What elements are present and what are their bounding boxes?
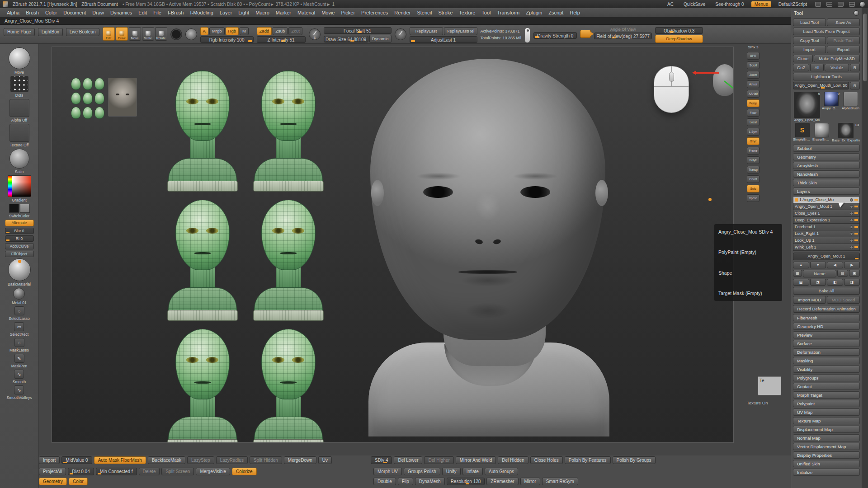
expression-thumb[interactable]: [94, 78, 104, 90]
menu-item[interactable]: Draw: [89, 8, 107, 17]
layer-intensity-handle[interactable]: [854, 246, 858, 248]
layer-name-button[interactable]: Name: [803, 270, 836, 277]
layer-next-button[interactable]: ▶: [844, 262, 860, 268]
menu-item[interactable]: Brush: [23, 8, 42, 17]
context-menu-item[interactable]: Angry_Close_Mou SDiv 4: [718, 229, 778, 235]
tool-thumbnail[interactable]: S SimpleBrush: [793, 123, 811, 142]
tray-item[interactable]: AccuCurve: [5, 243, 34, 249]
bottom-button[interactable]: Mirror: [520, 478, 540, 485]
menu-item[interactable]: Light: [235, 8, 252, 17]
layer-split-icon[interactable]: ⬔: [810, 279, 826, 286]
tool-section-header[interactable]: Surface: [793, 340, 860, 347]
menu-item[interactable]: Picker: [338, 8, 358, 17]
bottom-button[interactable]: Geometry: [39, 478, 67, 485]
wireframe-head-model[interactable]: [252, 199, 325, 322]
menu-item[interactable]: File: [150, 8, 165, 17]
layer-row[interactable]: Look_Up 1: [793, 237, 859, 244]
bottom-button[interactable]: Smart ReSym: [542, 478, 578, 485]
right-shelf-button[interactable]: Scroll: [747, 61, 760, 69]
wireframe-head-model[interactable]: [252, 70, 325, 192]
layer-eye-icon[interactable]: [850, 219, 853, 222]
layers-section-header[interactable]: Layers: [793, 188, 860, 195]
copy-tool-button[interactable]: Copy Tool: [793, 37, 826, 44]
sculpt-head-model[interactable]: [363, 59, 616, 436]
z-intensity-slider[interactable]: Z Intensity 51: [257, 36, 306, 43]
layer-prev-button[interactable]: ◀: [827, 262, 843, 268]
menu-item[interactable]: Color: [42, 8, 60, 17]
tray-item[interactable]: BasicMaterial: [8, 258, 31, 286]
layer-down-button[interactable]: ▼: [810, 262, 826, 268]
layer-intensity-handle[interactable]: [854, 219, 858, 221]
tool-section-header[interactable]: UV Map: [793, 408, 860, 416]
symmetry-dial-icon[interactable]: S: [309, 28, 321, 40]
camera-icon[interactable]: [580, 30, 591, 38]
stroke-type-icon[interactable]: [170, 28, 182, 40]
bottom-button[interactable]: Del Lower: [394, 456, 422, 464]
zbrush-document[interactable]: [52, 47, 734, 443]
bottom-button[interactable]: Color: [69, 478, 88, 485]
context-menu-item[interactable]: PolyPaint (Empty): [718, 249, 778, 255]
tool-section-header[interactable]: Displacement Map: [793, 426, 860, 433]
reference-photo-thumbnail[interactable]: [108, 78, 137, 117]
bottom-button[interactable]: SDiv 4: [371, 456, 392, 464]
expression-thumb[interactable]: [71, 107, 81, 119]
menu-item[interactable]: Stencil: [414, 8, 435, 17]
load-tools-from-project-button[interactable]: Load Tools From Project: [793, 28, 860, 35]
tray-item[interactable]: SwitchColor: [9, 204, 30, 218]
bottom-button[interactable]: Colorize: [232, 468, 257, 475]
import-mdd-button[interactable]: Import MDD: [793, 296, 826, 304]
clone-button[interactable]: Clone: [793, 55, 813, 62]
layer-intensity-handle[interactable]: [854, 233, 858, 235]
mode-button[interactable]: Draw: [116, 27, 128, 41]
mode-button[interactable]: Scale: [142, 27, 154, 41]
alpha-preview-icon[interactable]: [185, 28, 197, 40]
bottom-button[interactable]: LazyStep: [187, 456, 214, 464]
wireframe-head-model[interactable]: [252, 328, 325, 443]
layer-invert-icon[interactable]: ◧: [827, 279, 843, 286]
bottom-button[interactable]: Groups Polish: [404, 468, 440, 475]
tool-section-header[interactable]: Geometry HD: [793, 323, 860, 330]
bottom-button[interactable]: MergeVisible: [196, 468, 230, 475]
right-shelf-button[interactable]: Floor: [747, 109, 760, 117]
tool-section-header[interactable]: Contact: [793, 383, 860, 390]
bottom-button[interactable]: Del Hidden: [498, 456, 528, 464]
tool-section-header[interactable]: Subtool: [793, 145, 860, 152]
lazy-mouse-dial-icon[interactable]: [395, 28, 406, 40]
layer-delete-icon[interactable]: ▣: [849, 270, 860, 277]
lightbox-tools-button[interactable]: Lightbox►Tools: [793, 73, 860, 80]
tool-section-header[interactable]: Vector Displacement Map: [793, 443, 860, 450]
bottom-button[interactable]: Mirror And Weld: [456, 456, 496, 464]
menu-item[interactable]: Movie: [318, 8, 338, 17]
layer-intensity-handle[interactable]: [854, 226, 858, 228]
replay-last-button[interactable]: ReplayLast: [410, 27, 443, 35]
bottom-button[interactable]: Polish By Features: [565, 456, 611, 464]
menu-item[interactable]: Document: [60, 8, 89, 17]
import-tool-button[interactable]: Import: [793, 46, 826, 53]
make-polymesh3d-button[interactable]: Make PolyMesh3D: [814, 55, 860, 62]
expression-thumb[interactable]: [83, 78, 93, 90]
tray-item[interactable]: FillObject: [5, 251, 34, 257]
wireframe-head-model[interactable]: [166, 199, 239, 322]
tool-section-header[interactable]: Display Properties: [793, 451, 860, 459]
menu-item[interactable]: Stroke: [435, 8, 456, 17]
rgb-button[interactable]: Rgb: [226, 27, 239, 35]
bottom-button[interactable]: Split Screen: [161, 468, 194, 475]
tray-item[interactable]: MaskLasso: [9, 338, 29, 352]
right-shelf-button[interactable]: Actual: [747, 80, 760, 88]
panel-scrollbar[interactable]: [862, 8, 868, 488]
menu-item[interactable]: Material: [294, 8, 318, 17]
tool-section-header[interactable]: Polypaint: [793, 400, 860, 407]
bottom-button[interactable]: Auto Mask FiberMesh: [94, 456, 146, 464]
default-zscript-button[interactable]: DefaultZScript: [776, 2, 810, 7]
layer-intensity-handle[interactable]: [854, 239, 858, 241]
bottom-button[interactable]: LazyRadius: [216, 456, 248, 464]
bottom-button[interactable]: ProjectAll: [39, 468, 66, 475]
goz-visible-button[interactable]: Visible: [825, 64, 849, 71]
right-shelf-button[interactable]: Frame: [747, 147, 760, 155]
expression-thumb[interactable]: [94, 92, 104, 104]
right-shelf-button[interactable]: PolyF: [747, 156, 760, 164]
export-tool-button[interactable]: Export: [827, 46, 860, 53]
active-tool-r-button[interactable]: R: [850, 82, 860, 89]
tool-section-header[interactable]: Preview: [793, 331, 860, 338]
right-shelf-button[interactable]: Ghost: [747, 175, 760, 183]
